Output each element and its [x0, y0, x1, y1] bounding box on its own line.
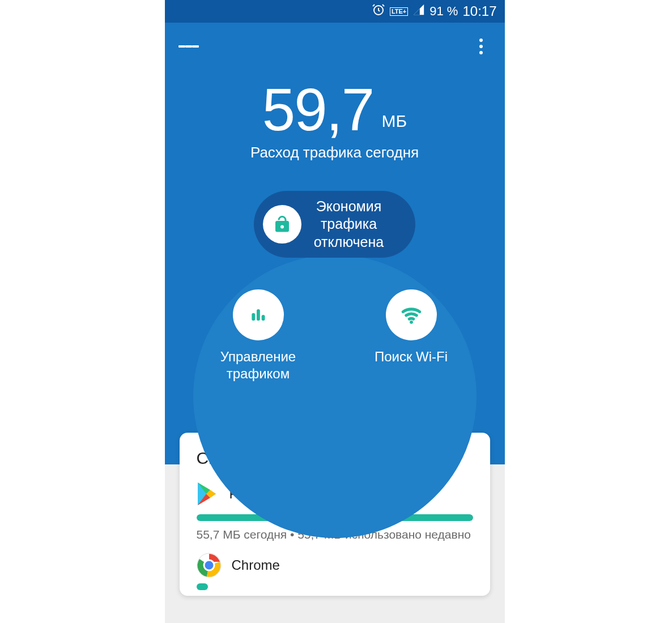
network-badge: LTE+ [390, 7, 408, 16]
wifi-icon [386, 289, 437, 340]
find-wifi-label: Поиск Wi-Fi [375, 348, 448, 365]
svg-point-1 [280, 225, 284, 228]
clock-text: 10:17 [462, 3, 496, 19]
data-saver-label: Экономия трафика отключена [314, 198, 384, 251]
bars-icon [233, 289, 284, 340]
menu-icon[interactable] [178, 36, 199, 57]
battery-text: 91 % [429, 4, 458, 19]
svg-rect-2 [252, 313, 255, 320]
usage-unit: МБ [382, 112, 407, 131]
svg-rect-4 [261, 315, 265, 321]
manage-traffic-button[interactable]: Управление трафиком [196, 289, 321, 382]
status-bar: LTE+ 91 % 10:17 [165, 0, 505, 23]
svg-point-5 [410, 321, 413, 324]
find-wifi-button[interactable]: Поиск Wi-Fi [349, 289, 474, 382]
usage-value: 59,7 [262, 76, 373, 144]
app-top-bar [165, 23, 505, 61]
manage-traffic-label: Управление трафиком [220, 348, 296, 382]
usage-summary: 59,7 МБ Расход трафика сегодня [250, 76, 419, 161]
phone-frame: LTE+ 91 % 10:17 59,7 МБ Расход трафика с… [165, 0, 505, 623]
usage-bar [197, 583, 208, 590]
svg-rect-3 [257, 309, 260, 321]
data-saver-toggle[interactable]: Экономия трафика отключена [254, 191, 415, 258]
play-store-icon [197, 481, 219, 506]
app-usage-item[interactable]: Chrome [197, 553, 473, 590]
app-name: Chrome [232, 557, 280, 573]
action-row: Управление трафиком Поиск Wi-Fi [165, 289, 505, 382]
hero-panel: 59,7 МБ Расход трафика сегодня Экономия … [165, 23, 505, 464]
usage-subtitle: Расход трафика сегодня [250, 144, 419, 161]
signal-icon [412, 3, 425, 19]
alarm-icon [372, 3, 385, 20]
unlock-icon [263, 205, 301, 244]
chrome-icon [197, 553, 222, 578]
overflow-icon[interactable] [471, 36, 491, 57]
